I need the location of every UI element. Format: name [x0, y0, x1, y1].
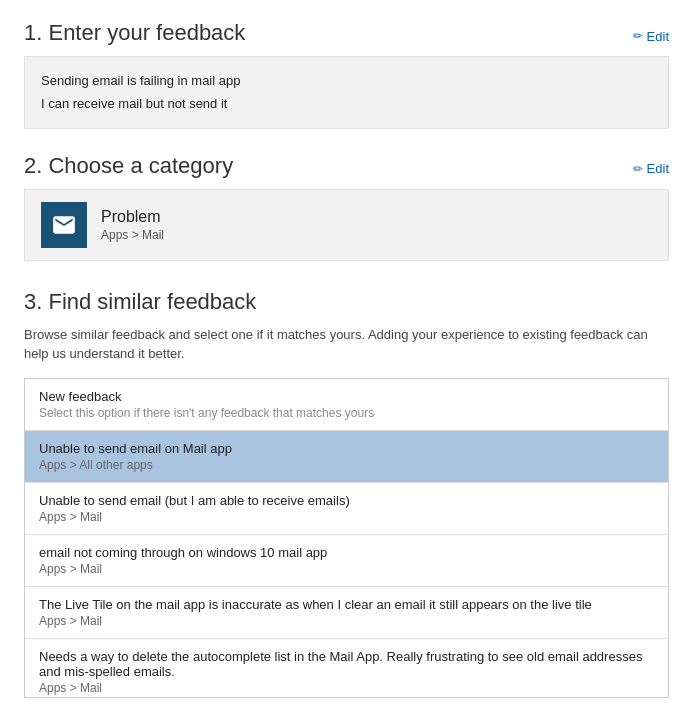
item-sub-new: Select this option if there isn't any fe… [39, 406, 654, 420]
category-info: Problem Apps > Mail [101, 208, 164, 242]
item-title-2: Unable to send email (but I am able to r… [39, 493, 654, 508]
feedback-item-new[interactable]: New feedbackSelect this option if there … [25, 379, 668, 431]
feedback-item-3[interactable]: email not coming through on windows 10 m… [25, 535, 668, 587]
section1-edit-label: Edit [647, 29, 669, 44]
section3-description: Browse similar feedback and select one i… [24, 325, 669, 364]
item-title-5: Needs a way to delete the autocomplete l… [39, 649, 654, 679]
item-sub-1: Apps > All other apps [39, 458, 654, 472]
category-breadcrumb: Apps > Mail [101, 228, 164, 242]
item-sub-5: Apps > Mail [39, 681, 654, 695]
feedback-line-2: I can receive mail but not send it [41, 92, 652, 115]
section1-header: 1. Enter your feedback ✏ Edit [24, 20, 669, 46]
feedback-text-box: Sending email is failing in mail app I c… [24, 56, 669, 129]
item-sub-3: Apps > Mail [39, 562, 654, 576]
section2-edit-button[interactable]: ✏ Edit [633, 161, 669, 176]
item-title-3: email not coming through on windows 10 m… [39, 545, 654, 560]
edit-icon-2: ✏ [633, 162, 643, 176]
item-title-1: Unable to send email on Mail app [39, 441, 654, 456]
feedback-item-2[interactable]: Unable to send email (but I am able to r… [25, 483, 668, 535]
feedback-list: New feedbackSelect this option if there … [25, 379, 668, 698]
section3-title: 3. Find similar feedback [24, 289, 256, 315]
edit-icon: ✏ [633, 29, 643, 43]
feedback-item-5[interactable]: Needs a way to delete the autocomplete l… [25, 639, 668, 698]
category-icon [41, 202, 87, 248]
item-title-new: New feedback [39, 389, 654, 404]
section2-edit-label: Edit [647, 161, 669, 176]
category-box: Problem Apps > Mail [24, 189, 669, 261]
section1-edit-button[interactable]: ✏ Edit [633, 29, 669, 44]
envelope-icon [51, 212, 77, 238]
feedback-item-1[interactable]: Unable to send email on Mail appApps > A… [25, 431, 668, 483]
section2-header: 2. Choose a category ✏ Edit [24, 153, 669, 179]
item-title-4: The Live Tile on the mail app is inaccur… [39, 597, 654, 612]
feedback-line-1: Sending email is failing in mail app [41, 69, 652, 92]
item-sub-2: Apps > Mail [39, 510, 654, 524]
section2-title: 2. Choose a category [24, 153, 233, 179]
section1-title: 1. Enter your feedback [24, 20, 245, 46]
category-type: Problem [101, 208, 164, 226]
feedback-list-scroll[interactable]: New feedbackSelect this option if there … [24, 378, 669, 698]
item-sub-4: Apps > Mail [39, 614, 654, 628]
section3-header: 3. Find similar feedback [24, 289, 669, 315]
feedback-item-4[interactable]: The Live Tile on the mail app is inaccur… [25, 587, 668, 639]
